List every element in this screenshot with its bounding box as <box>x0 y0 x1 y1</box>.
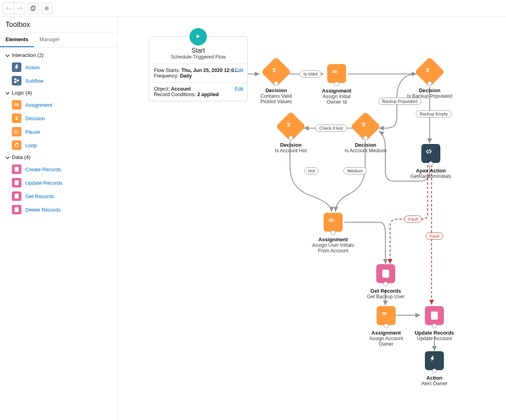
toolbox-sidebar: Toolbox Elements Manager Interaction (2)… <box>0 17 118 420</box>
start-title: Start <box>153 47 243 54</box>
bolt-icon <box>12 62 21 72</box>
start-conditions-value: 2 applied <box>197 92 219 97</box>
edge-label-medium: Medium <box>343 167 367 174</box>
palette-item-label: Loop <box>25 142 37 148</box>
palette-item-label: Action <box>25 64 40 70</box>
palette-loop[interactable]: Loop <box>0 138 117 152</box>
node-get-records-backup-user[interactable]: Get Records Get Backup User <box>364 264 407 299</box>
palette-action[interactable]: Action <box>0 61 117 74</box>
edge-label-check-if-hot: Check if Hot <box>315 125 347 132</box>
decision-icon <box>12 114 21 123</box>
edge-label-hot: Hot <box>304 167 319 174</box>
palette: Interaction (2)ActionSubflowLogic (4)Ass… <box>0 47 117 219</box>
palette-item-label: Update Records <box>25 180 63 186</box>
start-subtitle: Schedule-Triggered Flow <box>153 54 243 60</box>
start-object-label: Object: <box>154 86 171 92</box>
tab-elements[interactable]: Elements <box>0 32 34 47</box>
node-apex-action-random-initials[interactable]: Apex Action GetRandomInitials <box>409 144 453 179</box>
zz-icon <box>12 127 21 136</box>
palette-create-records[interactable]: Create Records <box>0 163 117 176</box>
palette-item-label: Pause <box>25 129 40 135</box>
palette-item-label: Assignment <box>25 102 52 108</box>
category-logic[interactable]: Logic (4) <box>0 87 117 98</box>
node-action-alert-owner[interactable]: Action Alert Owner <box>418 351 451 386</box>
db-x-icon <box>12 205 21 214</box>
edge-label-fault-1: Fault <box>404 216 422 223</box>
toolbox-tabs: Elements Manager <box>0 32 117 47</box>
palette-item-label: Subflow <box>25 78 44 84</box>
db-pencil-icon <box>12 178 21 187</box>
start-edit-object[interactable]: Edit <box>235 86 243 92</box>
palette-pause[interactable]: Pause <box>0 125 117 138</box>
category-data[interactable]: Data (4) <box>0 152 117 163</box>
palette-item-label: Delete Records <box>25 207 61 213</box>
palette-decision[interactable]: Decision <box>0 112 117 125</box>
start-flowstarts-value: Thu, Jun 25, 2020 12:0… <box>181 68 239 73</box>
settings-button[interactable] <box>41 3 52 14</box>
palette-assignment[interactable]: Assignment <box>0 98 117 112</box>
node-decision-account-hot[interactable]: Decision Is Account Hot <box>269 116 313 153</box>
copy-button[interactable] <box>28 3 39 14</box>
start-frequency-label: Frequency: <box>154 73 180 79</box>
chevron-down-icon <box>5 91 9 95</box>
equals-icon <box>12 100 21 110</box>
node-decision-account-medium[interactable]: Decision Is Account Medium <box>342 116 389 153</box>
start-flowstarts-label: Flow Starts: <box>154 68 181 73</box>
node-decision-contains-valid[interactable]: Decision Contains Valid Picklist Values <box>256 61 296 104</box>
flow-icon <box>12 76 21 85</box>
toolbar <box>0 0 506 17</box>
category-interaction[interactable]: Interaction (2) <box>0 50 117 61</box>
redo-button[interactable] <box>14 3 25 14</box>
node-decision-backup-populated[interactable]: Decision Is Backup Populated <box>406 61 453 99</box>
edge-label-backup-empty: Backup Empty <box>416 110 452 117</box>
palette-get-records[interactable]: Get Records <box>0 189 117 203</box>
edge-label-fault-2: Fault <box>426 233 443 240</box>
palette-item-label: Create Records <box>25 166 61 172</box>
node-assignment-account-owner[interactable]: Assignment Assign Account Owner <box>362 306 410 347</box>
palette-update-records[interactable]: Update Records <box>0 176 117 189</box>
flow-canvas[interactable]: Start Schedule-Triggered Flow Flow Start… <box>118 17 506 420</box>
palette-item-label: Get Records <box>25 193 54 199</box>
start-conditions-label: Record Conditions: <box>154 92 197 97</box>
chevron-down-icon <box>5 155 9 160</box>
start-frequency-value: Daily <box>180 73 192 79</box>
tab-manager[interactable]: Manager <box>34 32 65 47</box>
toolbox-title: Toolbox <box>0 17 117 32</box>
db-plus-icon <box>12 165 21 174</box>
node-assignment-user-initials[interactable]: Assignment Assign User Initials From Acc… <box>309 213 357 254</box>
start-node[interactable]: Start Schedule-Triggered Flow Flow Start… <box>149 36 248 101</box>
palette-subflow[interactable]: Subflow <box>0 74 117 87</box>
palette-item-label: Decision <box>25 115 45 121</box>
start-edit-schedule[interactable]: Edit <box>235 68 243 73</box>
node-assignment-initial-owner[interactable]: Assignment Assign Initial Owner Id <box>315 64 358 105</box>
start-object-value: Account <box>171 86 191 92</box>
db-search-icon <box>12 191 21 201</box>
undo-button[interactable] <box>3 3 14 14</box>
loop-icon <box>12 140 21 150</box>
play-icon <box>190 28 207 45</box>
edge-label-backup-populated: Backup Populated <box>378 98 421 105</box>
node-update-records-account[interactable]: Update Records Update Account <box>410 306 459 341</box>
chevron-down-icon <box>5 53 9 58</box>
edge-label-is-valid: Is Valid <box>299 70 321 78</box>
palette-delete-records[interactable]: Delete Records <box>0 203 117 216</box>
